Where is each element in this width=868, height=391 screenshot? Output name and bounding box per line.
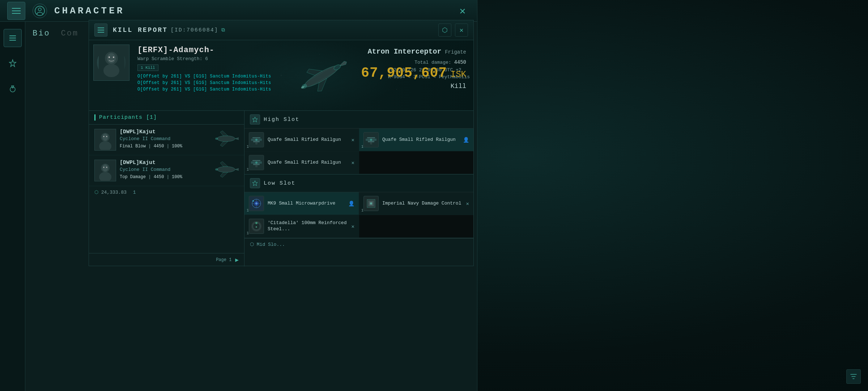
svg-rect-51 [255, 165, 258, 167]
modal-id: [ID:7066084] [171, 27, 218, 33]
bio-section[interactable]: Bio [33, 29, 50, 38]
svg-point-30 [106, 167, 107, 168]
equip-icon-high-2 [249, 155, 264, 170]
equip-remove-low-right-1[interactable]: ✕ [466, 201, 469, 207]
equip-item-high-2[interactable]: 1 Quafe [244, 151, 359, 174]
svg-point-8 [107, 53, 116, 63]
svg-point-11 [103, 64, 119, 77]
equip-icon-low-right-1 [363, 196, 379, 211]
com-section[interactable]: Com [61, 29, 79, 38]
equip-name-high-2: Quafe Small Rifled Railgun [268, 160, 341, 166]
svg-rect-36 [252, 137, 260, 138]
equip-qty-low-1: 1 [247, 209, 249, 213]
ship-icon-2 [213, 160, 239, 180]
low-slot-section: Low Slot 1 [244, 175, 473, 238]
filter-button[interactable] [846, 369, 861, 384]
kill-tag: 1 Kill [137, 64, 158, 71]
sidebar-nav [0, 22, 25, 391]
equip-person-button[interactable]: 👤 [463, 137, 469, 143]
combat-entry-3: O[Offset by 261] VS [G1G] Sanctum Indomi… [137, 87, 381, 92]
copy-id-button[interactable]: ⧉ [221, 27, 225, 33]
combat-entry-1: O[Offset by 261] VS [G1G] Sanctum Indomi… [137, 74, 381, 79]
equip-item-low-2[interactable]: 1 ✚ 'Citadella' 100mm Reinfo [244, 215, 359, 237]
high-slot-header: High Slot [244, 111, 473, 129]
equip-item-low-right-1[interactable]: 1 Imperial Navy Damage Cont [359, 192, 473, 215]
equip-qty-1: 1 [247, 145, 249, 149]
combat-log: O[Offset by 261] VS [G1G] Sanctum Indomi… [137, 74, 381, 92]
svg-point-32 [217, 167, 235, 172]
equip-item-high-right-1[interactable]: 1 Quafe [359, 129, 473, 151]
equip-item-low-1[interactable]: 1 [244, 192, 359, 215]
svg-point-38 [255, 139, 258, 141]
hamburger-line [12, 10, 21, 11]
hamburger-line [12, 13, 21, 14]
hamburger-line [12, 8, 21, 9]
modal-body: Participants [1] [89, 111, 473, 266]
equip-item-high-1[interactable]: 1 Quafe [244, 129, 359, 151]
svg-text:✚: ✚ [256, 225, 258, 228]
close-app-button[interactable]: ✕ [455, 4, 470, 18]
equip-icon-low-2: ✚ [249, 219, 264, 234]
equip-qty-low-2: 1 [247, 231, 249, 235]
filter-area [846, 369, 861, 384]
hamburger-line [98, 32, 104, 33]
low-slot-row-1: 1 [244, 192, 473, 215]
equip-name-low-2: 'Citadella' 100mm Reinforced Steel... [268, 220, 348, 232]
svg-point-29 [103, 167, 104, 168]
svg-rect-45 [370, 142, 372, 144]
hamburger-line [98, 28, 104, 28]
equip-icon-high-right-1 [363, 132, 379, 147]
svg-point-50 [255, 161, 258, 164]
svg-point-24 [217, 136, 235, 142]
modal-actions: ⬡ ✕ [438, 24, 468, 37]
kill-report-modal: KILL REPORT [ID:7066084] ⧉ ⬡ ✕ [89, 20, 474, 266]
equip-name-low-right-1: Imperial Navy Damage Control [382, 201, 461, 207]
svg-rect-49 [253, 164, 260, 165]
svg-point-33 [215, 168, 218, 171]
low-slot-row-2: 1 ✚ 'Citadella' 100mm Reinfo [244, 215, 473, 238]
top-bar: CHARACTER ✕ [0, 0, 477, 22]
equip-remove-low-2[interactable]: ✕ [352, 223, 354, 230]
close-modal-button[interactable]: ✕ [455, 24, 468, 37]
ship-name-label: Atron Interceptor Frigate [361, 47, 466, 56]
modal-header: KILL REPORT [ID:7066084] ⧉ ⬡ ✕ [89, 20, 473, 40]
participants-panel: Participants [1] [89, 111, 244, 266]
next-page-button[interactable]: ▶ [235, 256, 239, 264]
svg-point-58 [252, 200, 254, 202]
svg-point-20 [102, 134, 108, 141]
kill-stats: Atron Interceptor Frigate Total damage: … [361, 47, 466, 90]
app-window: CHARACTER ✕ Bio Com Medals [0, 0, 477, 391]
high-slot-icon [250, 114, 260, 125]
sidebar-item-combat[interactable] [4, 54, 22, 72]
equip-qty-2: 1 [247, 168, 249, 172]
participant-item[interactable]: [DWPL]Kajut Cyclone II Command Final Blo… [89, 125, 244, 155]
equip-qty-low-right-1: 1 [361, 209, 363, 213]
svg-point-28 [102, 164, 108, 172]
participant-stats-1: Final Blow | 4450 | 100% [120, 144, 210, 149]
modal-hamburger-button[interactable] [94, 24, 107, 37]
kill-result: Kill [361, 83, 466, 90]
svg-point-22 [106, 136, 107, 137]
sidebar-item-medals[interactable] [4, 80, 22, 98]
avatar-face [97, 48, 126, 77]
panel-footer: Page 1 ▶ [89, 253, 244, 266]
svg-rect-43 [368, 141, 374, 142]
app-title: CHARACTER [54, 5, 124, 16]
equip-person-low-button[interactable]: 👤 [348, 201, 354, 207]
svg-point-67 [255, 222, 258, 224]
equip-remove-high-1[interactable]: ✕ [352, 137, 354, 143]
sidebar-item-menu[interactable] [4, 29, 22, 47]
participant-avatar-1 [94, 129, 116, 151]
participant-item[interactable]: [DWPL]Kajut Cyclone II Command Top Damag… [89, 155, 244, 186]
participant-info-1: [DWPL]Kajut Cyclone II Command Final Blo… [120, 129, 210, 149]
participants-header: Participants [1] [89, 111, 244, 125]
external-link-button[interactable]: ⬡ [438, 24, 451, 37]
participant-avatar-2 [94, 160, 116, 181]
hamburger-menu-button[interactable] [7, 2, 25, 20]
participant-stats-2: Top Damage | 4450 | 100% [120, 175, 210, 180]
equip-remove-high-2[interactable]: ✕ [352, 160, 354, 166]
svg-point-9 [109, 56, 110, 58]
svg-rect-37 [253, 141, 260, 142]
pilot-detail: Warp Scramble Strength: 6 [137, 56, 381, 62]
high-slot-section: High Slot 1 [244, 111, 473, 175]
